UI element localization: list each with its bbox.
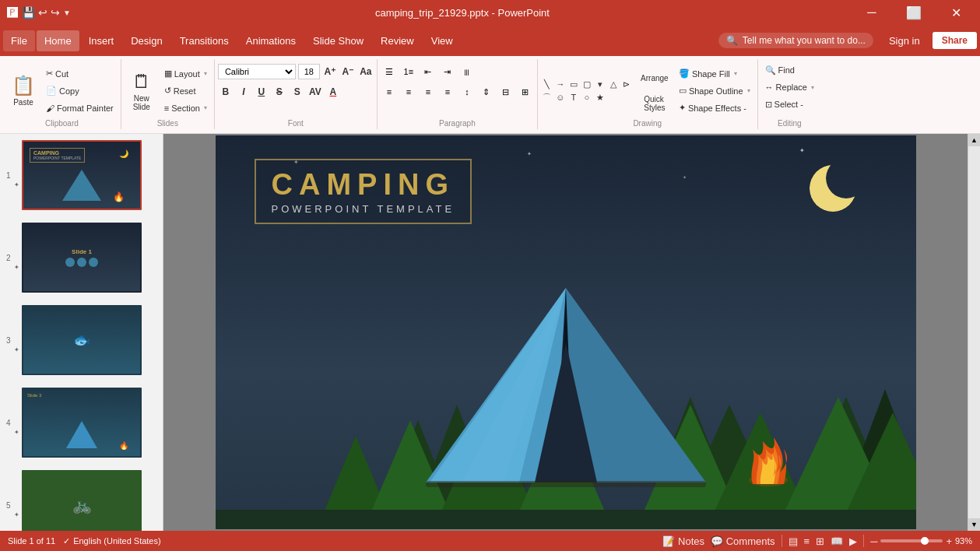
justify-button[interactable]: ≡: [439, 84, 456, 100]
save-button[interactable]: 💾: [22, 6, 35, 19]
smart-art-button[interactable]: ⊞: [517, 84, 534, 100]
arrow-shape-button[interactable]: →: [554, 78, 567, 90]
shape-outline-dropdown[interactable]: ▾: [747, 87, 750, 94]
bullets-button[interactable]: ☰: [381, 64, 398, 79]
shape-effects-button[interactable]: ✦ Shape Effects -: [675, 100, 754, 116]
align-center-button[interactable]: ≡: [400, 84, 417, 100]
align-left-button[interactable]: ≡: [381, 84, 398, 100]
normal-view-button[interactable]: ▤: [789, 535, 798, 547]
zoom-thumb[interactable]: [921, 537, 929, 545]
section-button[interactable]: ≡ Section ▾: [160, 100, 211, 116]
slide-sorter-button[interactable]: ⊞: [816, 535, 824, 547]
cut-button[interactable]: ✂ Cut: [42, 66, 118, 82]
slide-title-box[interactable]: CAMPING POWERPOINT TEMPLATE: [255, 159, 472, 224]
slideshow-button[interactable]: ▶: [849, 535, 857, 547]
line-shape-button[interactable]: ╲: [541, 78, 553, 90]
qat-customize-button[interactable]: ▼: [63, 9, 71, 17]
view-menu[interactable]: View: [423, 30, 461, 51]
zoom-slider[interactable]: [880, 539, 943, 542]
font-color-button[interactable]: A: [325, 84, 341, 100]
slide-canvas[interactable]: ✦ ✦ ✦ ✦ ✦ CAM: [216, 135, 916, 529]
underline-button[interactable]: U: [254, 84, 269, 100]
replace-button[interactable]: ↔ Replace ▾: [761, 79, 818, 95]
animations-menu[interactable]: Animations: [238, 30, 304, 51]
zoom-out-button[interactable]: ─: [870, 535, 877, 547]
shadow-button[interactable]: S: [290, 84, 305, 100]
strikethrough-button[interactable]: S: [272, 84, 287, 100]
design-menu[interactable]: Design: [123, 30, 170, 51]
shape-fill-dropdown[interactable]: ▾: [734, 70, 737, 77]
section-dropdown-icon[interactable]: ▾: [204, 104, 207, 111]
slide-thumb-3[interactable]: 3 ✦ 🐟: [0, 299, 163, 381]
right-scrollbar[interactable]: ▲ ▼: [968, 134, 980, 531]
find-button[interactable]: 🔍 Find: [761, 62, 818, 78]
triangle-shape-button[interactable]: △: [607, 78, 620, 90]
quick-styles-button[interactable]: QuickStyles: [638, 92, 672, 115]
notes-button[interactable]: 📝 Notes: [662, 535, 704, 547]
text-shape-button[interactable]: T: [567, 91, 580, 104]
italic-button[interactable]: I: [236, 84, 251, 100]
star-shape-button[interactable]: ★: [594, 91, 606, 104]
numbering-button[interactable]: 1≡: [400, 64, 417, 79]
font-size-input[interactable]: [298, 64, 320, 79]
replace-dropdown[interactable]: ▾: [811, 84, 814, 91]
decrease-indent-button[interactable]: ⇤: [420, 64, 437, 79]
slide-thumb-1[interactable]: 1 ✦ CAMPING POWERPOINT TEMPLATE 🔥 🌙: [0, 134, 163, 216]
reset-button[interactable]: ↺ Reset: [160, 83, 211, 99]
close-button[interactable]: ✕: [938, 0, 974, 25]
scroll-up-button[interactable]: ▲: [968, 134, 981, 146]
share-button[interactable]: Share: [933, 32, 977, 49]
rect-shape-button[interactable]: ▭: [567, 78, 580, 90]
outline-view-button[interactable]: ≡: [804, 535, 810, 547]
layout-button[interactable]: ▦ Layout ▾: [160, 66, 211, 82]
insert-menu[interactable]: Insert: [81, 30, 122, 51]
align-right-button[interactable]: ≡: [420, 84, 437, 100]
chevron-shape-button[interactable]: ⊳: [620, 78, 633, 90]
font-name-select[interactable]: Calibri: [218, 64, 296, 79]
shape-outline-button[interactable]: ▭ Shape Outline ▾: [675, 83, 754, 99]
clear-format-button[interactable]: Aa: [358, 64, 374, 79]
zoom-in-button[interactable]: +: [946, 535, 952, 547]
font-decrease-button[interactable]: A⁻: [340, 64, 356, 79]
paste-button[interactable]: 📋 Paste: [6, 66, 40, 116]
circle-shape-button[interactable]: ○: [581, 91, 593, 104]
new-slide-button[interactable]: 🗒 New Slide: [125, 66, 159, 116]
language-info[interactable]: ✓ English (United States): [63, 536, 161, 546]
more-shapes-button[interactable]: ▾: [594, 78, 606, 90]
comments-button[interactable]: 💬 Comments: [711, 535, 775, 547]
restore-button[interactable]: ⬜: [896, 0, 932, 25]
reading-view-button[interactable]: 📖: [831, 535, 843, 547]
layout-dropdown-icon[interactable]: ▾: [204, 70, 207, 77]
slide-thumb-2[interactable]: 2 ✦ Slide 1: [0, 216, 163, 299]
sign-in-button[interactable]: Sign in: [883, 32, 926, 50]
align-text-button[interactable]: ⊟: [497, 84, 515, 100]
slide-panel[interactable]: 1 ✦ CAMPING POWERPOINT TEMPLATE 🔥 🌙 2 ✦: [0, 134, 163, 531]
increase-indent-button[interactable]: ⇥: [439, 64, 456, 79]
undo-button[interactable]: ↩: [38, 6, 47, 19]
arrange-button[interactable]: Arrange: [638, 67, 672, 90]
file-menu[interactable]: File: [3, 30, 35, 51]
text-direction-button[interactable]: ⇕: [478, 84, 495, 100]
slide-thumb-4[interactable]: 4 ✦ 🔥 Slide 3: [0, 381, 163, 464]
shape-fill-button[interactable]: 🪣 Shape Fill ▾: [675, 66, 754, 82]
review-menu[interactable]: Review: [373, 30, 422, 51]
scroll-down-button[interactable]: ▼: [968, 518, 981, 531]
format-painter-button[interactable]: 🖌 Format Painter: [42, 100, 118, 116]
select-button[interactable]: ⊡ Select -: [761, 97, 818, 112]
copy-button[interactable]: 📄 Copy: [42, 83, 118, 99]
connector-button[interactable]: ⌒: [541, 91, 553, 104]
smiley-shape-button[interactable]: ☺: [554, 91, 567, 104]
columns-button[interactable]: ⫼: [458, 64, 476, 79]
bold-button[interactable]: B: [218, 84, 234, 100]
rounded-rect-button[interactable]: ▢: [581, 78, 593, 90]
redo-button[interactable]: ↪: [51, 6, 60, 19]
slide-thumb-5[interactable]: 5 ✦ 🚲: [0, 464, 163, 531]
home-menu[interactable]: Home: [37, 30, 79, 51]
line-spacing-button[interactable]: ↕: [458, 84, 476, 100]
search-box[interactable]: 🔍 Tell me what you want to do...: [718, 33, 873, 48]
font-increase-button[interactable]: A⁺: [322, 64, 338, 79]
transitions-menu[interactable]: Transitions: [172, 30, 237, 51]
minimize-button[interactable]: ─: [854, 0, 890, 25]
char-spacing-button[interactable]: AV: [307, 84, 323, 100]
slideshow-menu[interactable]: Slide Show: [305, 30, 371, 51]
